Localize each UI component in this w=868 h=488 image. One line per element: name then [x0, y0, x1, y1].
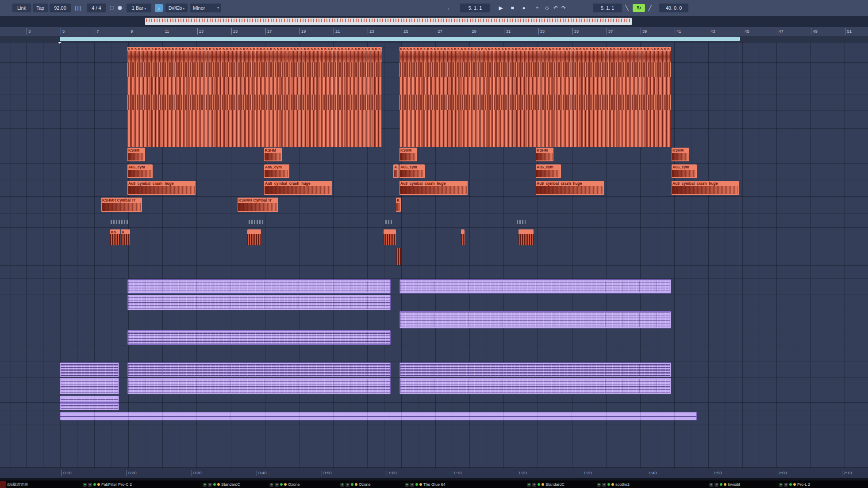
- audio-clip-drums[interactable]: [127, 77, 382, 95]
- plugin-window-entry[interactable]: The Glue 64: [405, 482, 446, 487]
- tempo-field[interactable]: 92.00: [50, 4, 71, 12]
- scale-root-selector[interactable]: D#/Eb▾: [165, 4, 188, 12]
- minute-second-ruler[interactable]: 0:100:200:300:400:501:001:101:201:301:40…: [0, 468, 868, 479]
- audio-clip-drums[interactable]: [399, 95, 671, 110]
- audio-clip-cymbal-crash[interactable]: Au5_cymbal_crash_huge: [672, 181, 739, 195]
- redo-arrow-icon[interactable]: ↷: [560, 4, 567, 12]
- audio-clip-drums[interactable]: KKKKKKKKKKKKKKKKKKKKKKKKKKKKKKKKKKKKKKKK…: [399, 47, 671, 62]
- audio-clip-drums[interactable]: [127, 95, 382, 110]
- midi-clip[interactable]: [127, 295, 391, 310]
- audio-clip-cymbal-crash[interactable]: Au5_cymbal_crash_huge: [536, 181, 604, 195]
- audio-clip-drums[interactable]: [127, 62, 382, 77]
- audio-clip-cymbal-transition[interactable]: KSHMR Cymbal Tr: [238, 198, 278, 212]
- audio-clip-kshm[interactable]: KSHM: [399, 148, 417, 161]
- time-signature-field[interactable]: 4 / 4: [87, 4, 106, 12]
- record-button[interactable]: ●: [519, 4, 528, 12]
- nudge-meter-icon[interactable]: ||||: [73, 4, 84, 12]
- midi-clip[interactable]: [399, 279, 671, 294]
- link-button[interactable]: Link: [12, 4, 31, 12]
- plugin-window-entry[interactable]: StandardC: [203, 482, 240, 487]
- overdub-plus-icon[interactable]: +: [534, 4, 541, 12]
- midi-clip[interactable]: [127, 378, 391, 394]
- midi-clip-long[interactable]: [60, 412, 697, 420]
- audio-clip-au5-cym[interactable]: Au5_cym: [536, 164, 561, 178]
- audio-clip-kshm[interactable]: KSHM: [672, 148, 689, 161]
- plugin-window-entry[interactable]: soothe2: [597, 482, 630, 487]
- audio-clip-kshm[interactable]: KSHM: [536, 148, 553, 161]
- audio-clip-au5-cym[interactable]: Au5_cym: [672, 164, 697, 178]
- audio-clip-fill[interactable]: [461, 229, 465, 245]
- audio-clip-au5-cym[interactable]: Au5_cym: [399, 164, 425, 178]
- midi-clip[interactable]: [60, 396, 119, 403]
- clip-fragment[interactable]: [111, 220, 129, 224]
- arrangement-overview[interactable]: [0, 16, 868, 27]
- stop-button[interactable]: ■: [508, 4, 517, 12]
- audio-clip-drums[interactable]: KKKKKKKKKKKKKKKKKKKKKKKKKKKKKKKKKKKKKKKK…: [127, 47, 382, 62]
- fade-in-icon[interactable]: ╲: [624, 4, 630, 12]
- arrangement-position-field[interactable]: 5. 1. 1: [460, 4, 490, 12]
- loop-boundary-marker[interactable]: [740, 42, 740, 468]
- midi-clip[interactable]: [60, 403, 119, 410]
- audio-clip-kshm[interactable]: KSHM: [127, 148, 145, 161]
- audio-clip-fill[interactable]: [384, 229, 396, 245]
- tap-tempo-button[interactable]: Tap: [33, 4, 48, 12]
- hide-browser-button[interactable]: /隐藏浏览器: [7, 482, 28, 488]
- plugin-window-entry[interactable]: FabFilter Pro-C 2: [83, 482, 132, 487]
- audio-clip-cymbal-transition[interactable]: KSHMR Cymbal Tr: [101, 198, 142, 212]
- audio-clip-drums[interactable]: [399, 128, 671, 147]
- plugin-window-entry[interactable]: Pro-L 2: [779, 482, 810, 487]
- plugin-window-entry[interactable]: Invisibl: [709, 482, 740, 487]
- loop-toggle-button[interactable]: ↻: [633, 4, 645, 12]
- metronome-dot-icon[interactable]: [118, 6, 122, 10]
- plugin-window-entry[interactable]: StandardC: [527, 482, 565, 487]
- audio-clip-cymbal-crash[interactable]: Au5_cymbal_crash_huge: [127, 181, 196, 195]
- audio-clip-fill[interactable]: [247, 229, 261, 245]
- scrub-area[interactable]: [0, 36, 868, 42]
- scale-name-selector[interactable]: Minor▾: [190, 4, 221, 12]
- audio-clip-drums[interactable]: [127, 110, 382, 128]
- midi-clip[interactable]: [399, 311, 671, 328]
- midi-clip[interactable]: [127, 330, 391, 345]
- clip-fragment[interactable]: [385, 220, 393, 224]
- follow-button[interactable]: →: [444, 4, 452, 12]
- audio-clip-fill[interactable]: [396, 248, 401, 265]
- midi-clip[interactable]: [399, 362, 671, 377]
- audio-clip-drums[interactable]: [127, 128, 382, 147]
- audio-clip-drums[interactable]: [399, 77, 671, 95]
- audio-clip-au5-cym[interactable]: Au5_cym: [127, 164, 153, 178]
- overview-song-band[interactable]: [145, 18, 632, 25]
- expand-icon[interactable]: [570, 6, 574, 10]
- audio-clip-drums[interactable]: [399, 62, 671, 77]
- audio-clip-au5-cym[interactable]: Au5_cym: [264, 164, 289, 178]
- audio-clip-fill[interactable]: K: [121, 229, 130, 245]
- midi-clip[interactable]: [60, 378, 119, 394]
- audio-clip-kshm[interactable]: KSHM: [264, 148, 282, 161]
- midi-clip[interactable]: [127, 279, 391, 294]
- play-button[interactable]: ▶: [496, 4, 505, 12]
- undo-arrow-icon[interactable]: ↶: [552, 4, 559, 12]
- clip-fragment[interactable]: [249, 220, 263, 224]
- plugin-window-entry[interactable]: Ozone: [340, 482, 371, 487]
- loop-start-field[interactable]: 5. 1. 1: [593, 4, 622, 12]
- audio-clip-cymbal-crash[interactable]: Au5_cymbal_crash_huge: [264, 181, 332, 195]
- audio-clip-drums[interactable]: [399, 110, 671, 128]
- scale-mode-icon[interactable]: ♪: [155, 4, 163, 12]
- audio-clip-fill[interactable]: [518, 229, 534, 245]
- loop-boundary-marker[interactable]: [60, 42, 60, 468]
- midi-clip[interactable]: [399, 378, 671, 394]
- clip-fragment[interactable]: [517, 220, 526, 224]
- audio-clip-fill[interactable]: KS: [110, 229, 120, 245]
- fade-out-icon[interactable]: ╱: [647, 4, 653, 12]
- audio-clip-cymbal-transition[interactable]: K: [396, 198, 401, 212]
- beat-time-ruler[interactable]: 3579111315171921232527293133353739414345…: [0, 27, 868, 36]
- quantization-selector[interactable]: 1 Bar▾: [127, 4, 151, 12]
- loop-length-field[interactable]: 40. 0. 0: [659, 4, 688, 12]
- audio-clip-au5-cym[interactable]: A: [393, 164, 399, 178]
- automation-arm-icon[interactable]: ◇: [543, 4, 550, 12]
- audio-clip-cymbal-crash[interactable]: Au5_cymbal_crash_huge: [399, 181, 468, 195]
- midi-clip[interactable]: [127, 362, 391, 377]
- metronome-icon[interactable]: [110, 6, 114, 10]
- plugin-window-entry[interactable]: Ozone: [269, 482, 300, 487]
- loop-brace[interactable]: [60, 37, 740, 41]
- midi-clip[interactable]: [60, 362, 119, 377]
